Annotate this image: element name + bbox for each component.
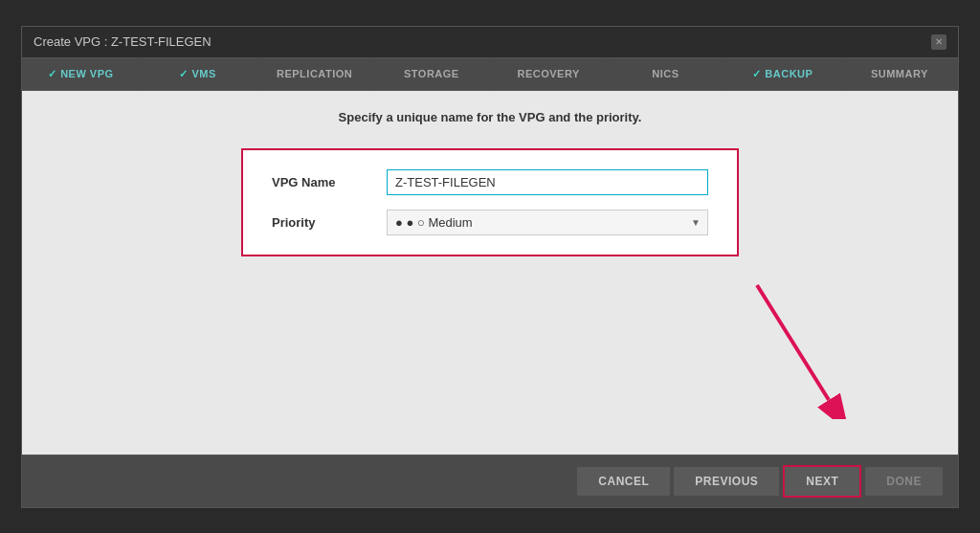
step-recovery[interactable]: RECOVERY: [490, 58, 607, 90]
previous-button[interactable]: PREVIOUS: [674, 467, 779, 496]
step-label: SUMMARY: [871, 68, 928, 79]
priority-label: Priority: [272, 215, 387, 230]
step-label: NICs: [652, 68, 679, 79]
wizard-steps: ✓ NEW VPG ✓ VMs REPLICATION STORAGE RECO…: [22, 58, 958, 91]
check-icon: ✓: [48, 68, 57, 80]
title-bar-controls: ✕: [931, 34, 947, 50]
step-nics[interactable]: NICs: [607, 58, 724, 90]
instruction-text: Specify a unique name for the VPG and th…: [51, 110, 929, 124]
step-summary[interactable]: SUMMARY: [841, 58, 958, 90]
step-storage[interactable]: STORAGE: [373, 58, 490, 90]
vpg-name-row: VPG Name: [272, 169, 708, 195]
step-label: VMs: [191, 68, 215, 79]
svg-line-1: [757, 285, 829, 400]
check-icon: ✓: [179, 68, 189, 80]
cancel-button[interactable]: CANCEL: [577, 467, 670, 496]
priority-select-wrapper: ● ● ○ Low ● ● ○ Medium ● ● ● High ▼: [387, 210, 708, 235]
vpg-name-input[interactable]: [387, 169, 708, 195]
step-vms[interactable]: ✓ VMs: [139, 58, 256, 90]
step-backup[interactable]: ✓ BACKUP: [724, 58, 841, 90]
form-box: VPG Name Priority ● ● ○ Low ● ● ○ Medium…: [241, 148, 739, 256]
priority-row: Priority ● ● ○ Low ● ● ○ Medium ● ● ● Hi…: [272, 210, 708, 235]
title-bar: Create VPG : Z-TEST-FILEGEN ✕: [22, 27, 958, 58]
dialog-content: Specify a unique name for the VPG and th…: [22, 91, 958, 455]
arrow-annotation-area: [51, 256, 929, 410]
step-label: STORAGE: [404, 68, 459, 79]
annotation-arrow: [738, 276, 853, 419]
close-button[interactable]: ✕: [931, 34, 947, 50]
check-icon: ✓: [752, 68, 762, 80]
vpg-name-label: VPG Name: [272, 175, 387, 189]
step-label: RECOVERY: [517, 68, 579, 79]
done-button[interactable]: DONE: [865, 467, 943, 496]
dialog-footer: CANCEL PREVIOUS NEXT DONE: [22, 455, 958, 507]
step-new-vpg[interactable]: ✓ NEW VPG: [22, 58, 139, 90]
step-label: BACKUP: [765, 68, 813, 79]
dialog-title: Create VPG : Z-TEST-FILEGEN: [33, 34, 212, 49]
step-label: NEW VPG: [60, 68, 113, 79]
create-vpg-dialog: Create VPG : Z-TEST-FILEGEN ✕ ✓ NEW VPG …: [21, 26, 959, 508]
step-replication[interactable]: REPLICATION: [256, 58, 373, 90]
close-icon: ✕: [935, 36, 943, 47]
next-button[interactable]: NEXT: [783, 465, 861, 498]
priority-select[interactable]: ● ● ○ Low ● ● ○ Medium ● ● ● High: [387, 210, 708, 235]
step-label: REPLICATION: [277, 68, 352, 79]
